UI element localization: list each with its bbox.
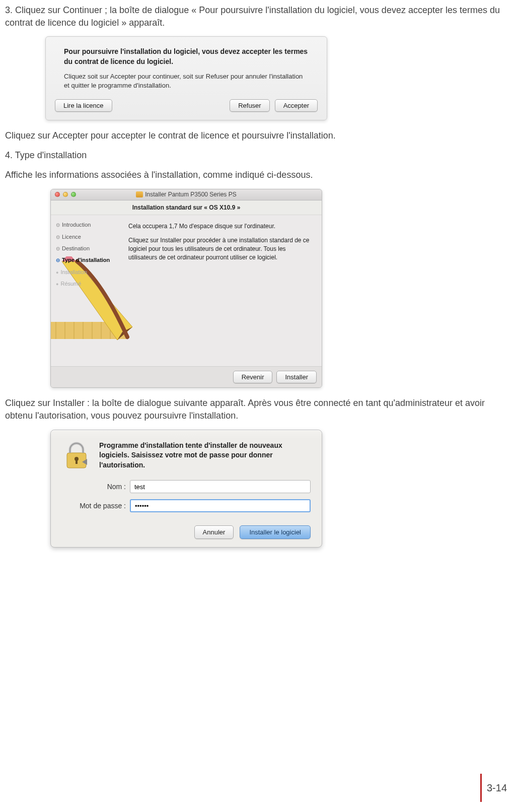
accept-button[interactable]: Accepter — [275, 99, 318, 112]
auth-button-row: Annuler Installer le logiciel — [51, 525, 322, 539]
dialog1-button-row: Lire la licence Refuser Accepter — [54, 99, 319, 113]
auth-form: Nom : Mot de passe : — [51, 477, 322, 525]
refuse-button[interactable]: Refuser — [230, 99, 270, 112]
install-software-button[interactable]: Installer le logiciel — [240, 525, 311, 539]
sidebar-item-resume: Résumé — [56, 280, 124, 288]
minimize-icon[interactable] — [63, 192, 68, 197]
lock-icon — [62, 441, 91, 470]
read-license-button[interactable]: Lire la licence — [55, 99, 112, 112]
password-row: Mot de passe : — [62, 499, 311, 512]
dialog1-body: Cliquez soit sur Accepter pour continuer… — [64, 72, 309, 90]
auth-heading: Programme d'installation tente d'install… — [99, 441, 311, 470]
close-icon[interactable] — [55, 192, 60, 197]
window-title: Installer Pantum P3500 Series PS — [51, 190, 322, 199]
auth-dialog-header: Programme d'installation tente d'install… — [51, 430, 322, 478]
package-icon — [136, 191, 143, 197]
disk-space-text: Cela occupera 1,7 Mo d'espace disque sur… — [128, 222, 315, 231]
installer-body: Introduction Licence Destination Type d'… — [51, 215, 322, 366]
cancel-button[interactable]: Annuler — [194, 525, 234, 539]
installer-main-panel: Cela occupera 1,7 Mo d'espace disque sur… — [126, 215, 322, 366]
install-button[interactable]: Installer — [276, 371, 317, 383]
step4-body: Affiche les informations associées à l'i… — [5, 169, 508, 181]
svg-rect-14 — [76, 460, 78, 464]
name-label: Nom : — [62, 482, 130, 492]
after-dialog1-text: Cliquez sur Accepter pour accepter le co… — [5, 129, 508, 142]
sidebar-item-introduction: Introduction — [56, 221, 124, 229]
install-description-text: Cliquez sur Installer pour procéder à un… — [128, 236, 315, 262]
dialog1-heading: Pour poursuivre l'installation du logici… — [64, 47, 309, 66]
installer-subtitle: Installation standard sur « OS X10.9 » — [51, 200, 322, 216]
password-label: Mot de passe : — [62, 501, 130, 511]
auth-dialog: Programme d'installation tente d'install… — [50, 430, 322, 548]
name-input[interactable] — [130, 480, 311, 493]
zoom-icon[interactable] — [71, 192, 76, 197]
back-button[interactable]: Revenir — [233, 371, 273, 383]
traffic-lights — [55, 192, 76, 197]
name-row: Nom : — [62, 480, 311, 493]
installer-sidebar: Introduction Licence Destination Type d'… — [51, 215, 126, 366]
sidebar-item-installation: Installation — [56, 268, 124, 276]
step3-text: 3. Cliquez sur Continuer ; la boîte de d… — [5, 4, 508, 29]
step4-title: 4. Type d'installation — [5, 149, 508, 162]
installer-footer: Revenir Installer — [51, 366, 322, 387]
titlebar: Installer Pantum P3500 Series PS — [51, 189, 322, 200]
password-input[interactable] — [130, 499, 311, 512]
license-accept-dialog: Pour poursuivre l'installation du logici… — [45, 36, 327, 120]
after-dialog2-text: Cliquez sur Installer : la boîte de dial… — [5, 397, 508, 422]
sidebar-item-licence: Licence — [56, 233, 124, 241]
sidebar-item-destination: Destination — [56, 245, 124, 252]
sidebar-item-type: Type d'installation — [56, 256, 124, 264]
installer-window: Installer Pantum P3500 Series PS Install… — [50, 189, 322, 388]
